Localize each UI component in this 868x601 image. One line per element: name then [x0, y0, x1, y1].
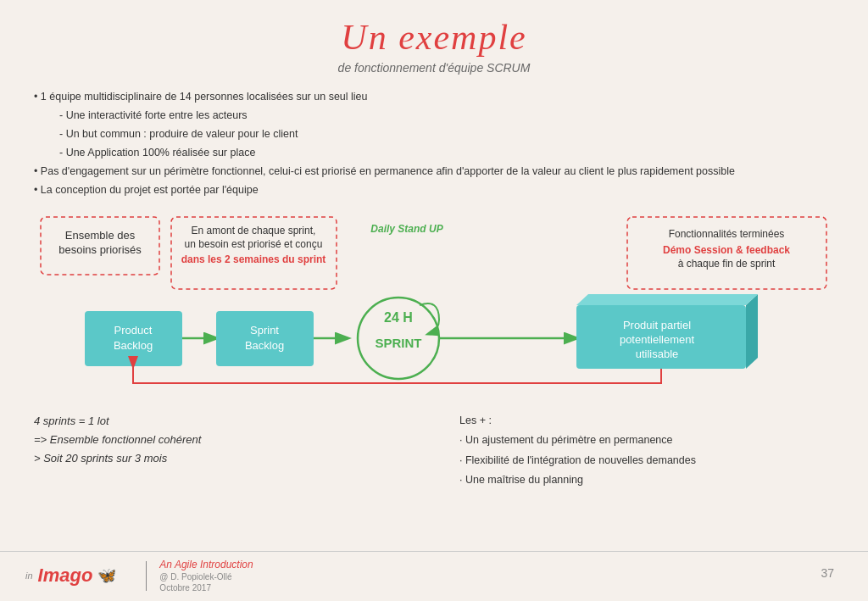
svg-text:utilisable: utilisable [636, 348, 679, 360]
bullet-2: • Pas d'engagement sur un périmètre fonc… [34, 163, 834, 180]
bottom-left: 4 sprints = 1 lot => Ensemble fonctionne… [34, 412, 426, 491]
svg-text:24 H: 24 H [384, 310, 413, 325]
bottom-left-1: 4 sprints = 1 lot [34, 412, 409, 431]
svg-text:dans les 2 semaines du sprint: dans les 2 semaines du sprint [181, 253, 326, 265]
bottom-right-title: Les + : [459, 412, 834, 430]
bottom-right-1: · Un ajustement du périmètre en permanen… [459, 431, 834, 449]
page-number: 37 [821, 566, 834, 580]
diagram-svg: Ensemble des besoins priorisés En amont … [34, 214, 834, 400]
svg-text:Backlog: Backlog [114, 339, 153, 352]
svg-marker-26 [576, 294, 758, 305]
svg-text:En amont de chaque sprint,: En amont de chaque sprint, [192, 225, 316, 237]
bullet-1c: - Une Application 100% réalisée sur plac… [34, 144, 834, 161]
bottom-left-3: > Soit 20 sprints sur 3 mois [34, 449, 409, 468]
slide-title: Un exemple [34, 17, 834, 58]
bullet-1: • 1 équipe multidisciplinaire de 14 pers… [34, 88, 834, 105]
diagram: Ensemble des besoins priorisés En amont … [34, 214, 834, 400]
footer-tagline: An Agile Introduction [159, 559, 253, 570]
footer-imago: Imago [38, 565, 93, 587]
bullet-3: • La conception du projet est portée par… [34, 181, 834, 198]
footer-divider [146, 561, 147, 591]
butterfly-icon: 🦋 [97, 566, 116, 585]
footer-logo: in Imago 🦋 [25, 565, 116, 587]
footer-info: An Agile Introduction @ D. Popiolek-Ollé… [159, 559, 253, 593]
svg-text:Démo Session & feedback: Démo Session & feedback [663, 244, 790, 256]
svg-text:un besoin est priorisé et conç: un besoin est priorisé et conçu [185, 238, 323, 250]
svg-text:Sprint: Sprint [250, 324, 279, 337]
footer-credits-1: @ D. Popiolek-Ollé [159, 572, 253, 582]
svg-text:SPRINT: SPRINT [375, 336, 421, 350]
svg-text:Produit partiel: Produit partiel [623, 319, 691, 331]
bottom-left-2: => Ensemble fonctionnel cohérent [34, 431, 409, 449]
svg-text:potentiellement: potentiellement [620, 333, 695, 346]
svg-text:besoins priorisés: besoins priorisés [58, 243, 142, 256]
svg-text:Product: Product [114, 324, 153, 337]
bottom-right-3: · Une maîtrise du planning [459, 471, 834, 489]
bullet-section: • 1 équipe multidisciplinaire de 14 pers… [34, 88, 834, 198]
footer-in: in [25, 570, 33, 581]
bottom-right: Les + : · Un ajustement du périmètre en … [426, 412, 834, 491]
svg-text:Daily Stand UP: Daily Stand UP [370, 223, 443, 235]
svg-text:Ensemble des: Ensemble des [65, 229, 136, 242]
bullet-1b: - Un but commun : produire de valeur pou… [34, 125, 834, 142]
slide: Un exemple de fonctionnement d'équipe SC… [0, 0, 868, 601]
svg-marker-25 [746, 294, 758, 369]
svg-text:à chaque fin de sprint: à chaque fin de sprint [678, 258, 776, 270]
bottom-right-2: · Flexibilité de l'intégration de nouvel… [459, 452, 834, 470]
footer-credits-2: Octobre 2017 [159, 583, 253, 593]
slide-subtitle: de fonctionnement d'équipe SCRUM [34, 61, 834, 75]
bottom-section: 4 sprints = 1 lot => Ensemble fonctionne… [34, 412, 834, 491]
bullet-1a: - Une interactivité forte entre les acte… [34, 107, 834, 124]
footer: in Imago 🦋 An Agile Introduction @ D. Po… [0, 551, 868, 593]
svg-text:Fonctionnalités terminées: Fonctionnalités terminées [669, 228, 785, 240]
svg-text:Backlog: Backlog [245, 339, 284, 352]
